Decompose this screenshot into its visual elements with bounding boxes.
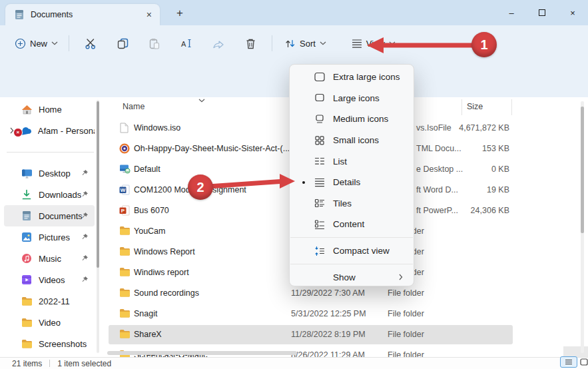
sidebar-item-downloads[interactable]: Downloads xyxy=(4,184,95,205)
file-row-snagit[interactable]: Snagit5/31/2022 12:25 PMFile folder xyxy=(103,304,588,324)
file-type: File folder xyxy=(388,288,424,298)
file-name: Windiws report xyxy=(134,268,189,277)
sidebar-item-home[interactable]: Home xyxy=(4,99,95,120)
file-list-scrollbar[interactable] xyxy=(581,101,584,353)
sidebar-separator xyxy=(0,141,103,163)
sidebar-item-label: Video xyxy=(39,318,61,328)
view-menu-item-large-icons[interactable]: Large icons xyxy=(290,88,414,109)
pin-icon xyxy=(81,276,89,283)
view-menu-item-show[interactable]: Show xyxy=(290,266,414,288)
sidebar-item-label: Downloads xyxy=(39,190,81,200)
html-icon xyxy=(119,143,130,154)
view-menu-item-medium-icons[interactable]: Medium icons xyxy=(290,109,414,130)
sidebar-item-afam-personal[interactable]: ×Afam - Personal xyxy=(4,120,95,141)
new-tab-button[interactable]: + xyxy=(172,5,188,21)
view-menu-item-extra-large-icons[interactable]: Extra large icons xyxy=(290,67,414,88)
file-date-modified: 5/31/2022 12:25 PM xyxy=(291,309,366,318)
paste-button[interactable] xyxy=(147,35,162,51)
file-type: File folder xyxy=(388,309,424,318)
downloads-icon xyxy=(20,189,33,200)
file-name: Bus 6070 xyxy=(134,206,169,215)
svg-text:A: A xyxy=(181,40,186,48)
new-button[interactable]: New xyxy=(9,34,63,53)
sidebar-scrollbar-thumb[interactable] xyxy=(97,101,99,268)
view-menu-item-label: Content xyxy=(333,219,364,229)
documents-icon xyxy=(20,210,33,221)
sidebar-item-label: Music xyxy=(39,254,61,264)
file-size: 153 KB xyxy=(423,144,509,153)
copy-button[interactable] xyxy=(115,35,131,51)
close-button[interactable]: × xyxy=(557,0,588,25)
sidebar-scrollbar[interactable] xyxy=(97,100,99,353)
toolbar: New A Sort View xyxy=(0,25,588,61)
cut-button[interactable] xyxy=(83,35,99,51)
sidebar-item-label: Desktop xyxy=(39,169,71,179)
view-menu-item-label: List xyxy=(333,157,347,167)
column-divider[interactable] xyxy=(511,99,512,115)
view-menu-item-details[interactable]: Details xyxy=(290,172,414,193)
sidebar-item-label: Videos xyxy=(39,275,65,285)
file-name: YouCam xyxy=(134,226,166,236)
minimize-button[interactable]: – xyxy=(496,0,527,25)
folder-icon xyxy=(20,318,33,327)
toolbar-separator xyxy=(69,35,69,51)
sidebar-item-label: Documents xyxy=(39,211,83,221)
tab-close-icon[interactable]: × xyxy=(147,9,152,20)
pin-icon xyxy=(81,212,89,219)
sidebar-item-screenshots[interactable]: Screenshots xyxy=(4,333,95,354)
menu-separator xyxy=(290,235,414,240)
sidebar-item-video[interactable]: Video xyxy=(4,312,95,333)
sidebar-item-2022-11[interactable]: 2022-11 xyxy=(4,290,95,312)
list-view-icon xyxy=(312,156,328,167)
horizontal-scrollbar-thumb[interactable] xyxy=(107,351,297,355)
file-date-modified: 8/26/2022 11:29 AM xyxy=(291,350,365,358)
view-menu-item-tiles[interactable]: Tiles xyxy=(290,193,414,214)
folder-icon xyxy=(119,308,131,318)
column-header-size[interactable]: Size xyxy=(467,102,483,111)
file-icon xyxy=(119,123,129,133)
status-bar: 21 items 1 item selected xyxy=(0,357,588,369)
file-name: Oh-Happy-Day-Sheet-Music-Sister-Act-(... xyxy=(134,144,290,153)
sidebar-item-music[interactable]: Music xyxy=(4,248,95,269)
selected-bullet xyxy=(299,181,308,184)
file-type: File folder xyxy=(388,330,424,339)
pin-icon xyxy=(81,169,89,177)
rename-button[interactable]: A xyxy=(178,35,194,51)
delete-button[interactable] xyxy=(242,35,258,51)
view-button[interactable]: View xyxy=(346,35,401,53)
plus-circle-icon xyxy=(15,38,26,49)
sidebar-item-pictures[interactable]: Pictures xyxy=(4,226,95,248)
sidebar-item-documents[interactable]: Documents xyxy=(4,205,95,226)
view-menu-item-label: Tiles xyxy=(333,198,352,208)
share-button[interactable] xyxy=(210,35,226,51)
file-name: ShareX xyxy=(134,330,162,339)
pictures-icon xyxy=(20,232,33,242)
sidebar-item-label: 2022-11 xyxy=(39,296,70,306)
sort-button[interactable]: Sort xyxy=(279,35,332,53)
details-view-toggle[interactable] xyxy=(560,356,577,368)
sort-direction-icon xyxy=(198,99,205,103)
view-menu-item-list[interactable]: List xyxy=(290,151,414,172)
column-divider[interactable] xyxy=(461,99,462,115)
file-date-modified: 11/28/2022 8:19 PM xyxy=(291,330,366,339)
desktop-icon xyxy=(20,169,33,179)
sidebar-item-desktop[interactable]: Desktop xyxy=(4,163,95,184)
sidebar-item-label: Pictures xyxy=(39,232,70,242)
sidebar-item-videos[interactable]: Videos xyxy=(4,269,95,290)
view-menu-item-label: Medium icons xyxy=(333,114,388,124)
view-menu-item-compact-view[interactable]: Compact view xyxy=(290,240,414,262)
column-header-name[interactable]: Name xyxy=(123,102,145,111)
maximize-button[interactable] xyxy=(527,0,557,25)
icons-view-toggle[interactable] xyxy=(580,358,588,366)
file-size: 4,671,872 KB xyxy=(423,123,509,133)
file-list-scrollbar-thumb[interactable] xyxy=(581,107,584,233)
view-menu-item-label: Extra large icons xyxy=(333,72,400,82)
file-size: 19 KB xyxy=(423,185,509,194)
file-row-sharex[interactable]: ShareX11/28/2022 8:19 PMFile folder xyxy=(103,324,588,345)
view-menu-item-small-icons[interactable]: Small icons xyxy=(290,130,414,151)
view-menu-item-content[interactable]: Content xyxy=(290,214,414,235)
sm-view-icon xyxy=(312,135,328,146)
explorer-tab[interactable]: Documents × xyxy=(5,4,160,25)
tab-title: Documents xyxy=(31,10,73,19)
compact-view-icon xyxy=(312,246,328,256)
